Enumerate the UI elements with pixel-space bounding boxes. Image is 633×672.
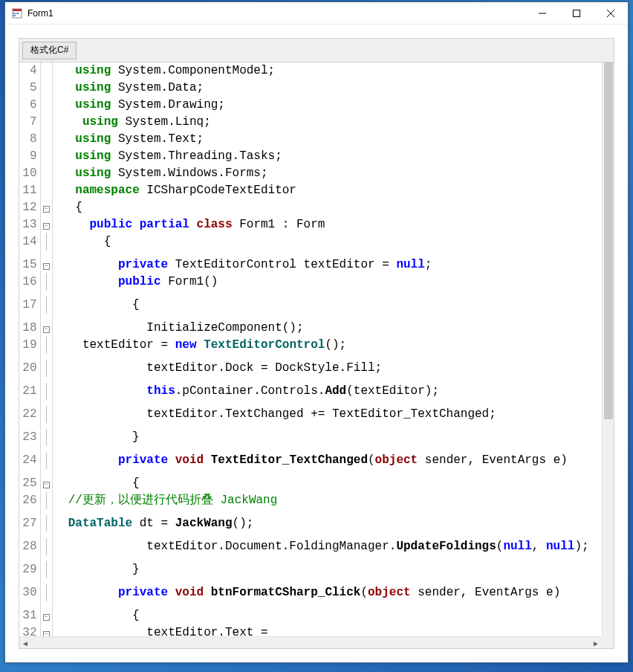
code-text[interactable]: textEditor.Text = [52,624,602,636]
code-text[interactable]: { [52,199,602,216]
code-line[interactable]: 22 textEditor.TextChanged += TextEditor_… [19,406,602,429]
code-line[interactable]: 12− { [19,199,602,216]
code-text[interactable]: //更新，以便进行代码折叠 JackWang [52,492,602,515]
maximize-button[interactable] [559,2,594,25]
code-editor[interactable]: 4 using System.ComponentModel;5 using Sy… [19,62,614,649]
close-button[interactable] [594,2,628,25]
code-line[interactable]: 5 using System.Data; [19,80,602,97]
titlebar[interactable]: Form1 [5,2,628,25]
code-text[interactable]: { [52,607,602,624]
code-line[interactable]: 26 //更新，以便进行代码折叠 JackWang [19,492,602,515]
code-area[interactable]: 4 using System.ComponentModel;5 using Sy… [19,62,602,636]
code-line[interactable]: 8 using System.Text; [19,131,602,148]
code-text[interactable]: namespace ICSharpCodeTextEditor [52,182,602,199]
scroll-right-button[interactable]: ► [590,637,602,649]
code-line[interactable]: 30 private void btnFormatCSharp_Click(ob… [19,584,602,607]
code-line[interactable]: 15− private TextEditorControl textEditor… [19,256,602,274]
fold-gutter[interactable] [40,114,52,131]
code-text[interactable]: DataTable dt = JackWang(); [52,515,602,538]
code-text[interactable]: using System.ComponentModel; [52,62,602,80]
vertical-scroll-thumb[interactable] [604,62,613,419]
code-text[interactable]: } [52,561,602,584]
code-text[interactable]: using System.Windows.Forms; [52,165,602,182]
fold-gutter[interactable]: − [40,256,52,274]
fold-gutter[interactable] [40,297,52,320]
code-text[interactable]: using System.Linq; [52,114,602,131]
code-text[interactable]: InitializeComponent(); [52,320,602,337]
code-line[interactable]: 6 using System.Drawing; [19,97,602,114]
fold-gutter[interactable] [40,182,52,199]
code-text[interactable]: private void btnFormatCSharp_Click(objec… [52,584,602,607]
fold-gutter[interactable] [40,584,52,607]
fold-gutter[interactable] [40,165,52,182]
code-line[interactable]: 10 using System.Windows.Forms; [19,165,602,182]
code-line[interactable]: 14 { [19,233,602,256]
fold-gutter[interactable]: − [40,475,52,492]
code-text[interactable]: { [52,475,602,492]
code-text[interactable]: textEditor = new TextEditorControl(); [52,337,602,360]
fold-gutter[interactable] [40,148,52,165]
code-line[interactable]: 31− { [19,607,602,624]
code-line[interactable]: 29 } [19,561,602,584]
horizontal-scrollbar[interactable]: ◄ ► [19,636,602,648]
code-line[interactable]: 7 using System.Linq; [19,114,602,131]
code-text[interactable]: using System.Threading.Tasks; [52,148,602,165]
code-line[interactable]: 4 using System.ComponentModel; [19,62,602,80]
fold-gutter[interactable] [40,360,52,383]
code-text[interactable]: using System.Drawing; [52,97,602,114]
fold-gutter[interactable] [40,452,52,475]
code-line[interactable]: 21 this.pContainer.Controls.Add(textEdit… [19,383,602,406]
code-line[interactable]: 18− InitializeComponent(); [19,320,602,337]
code-line[interactable]: 19 textEditor = new TextEditorControl(); [19,337,602,360]
fold-gutter[interactable] [40,337,52,360]
fold-gutter[interactable]: − [40,199,52,216]
fold-gutter[interactable] [40,131,52,148]
code-text[interactable]: public Form1() [52,274,602,297]
code-text[interactable]: textEditor.TextChanged += TextEditor_Tex… [52,406,602,429]
vertical-scrollbar[interactable] [602,62,614,636]
code-text[interactable]: } [52,429,602,452]
code-line[interactable]: 9 using System.Threading.Tasks; [19,148,602,165]
code-line[interactable]: 28 textEditor.Document.FoldingManager.Up… [19,538,602,561]
code-line[interactable]: 32− textEditor.Text = [19,624,602,636]
fold-gutter[interactable] [40,97,52,114]
fold-gutter[interactable] [40,233,52,256]
code-line[interactable]: 13− public partial class Form1 : Form [19,216,602,233]
code-line[interactable]: 25− { [19,475,602,492]
code-line[interactable]: 20 textEditor.Dock = DockStyle.Fill; [19,360,602,383]
code-text[interactable]: using System.Data; [52,80,602,97]
code-line[interactable]: 17 { [19,297,602,320]
scroll-left-button[interactable]: ◄ [19,637,31,649]
fold-gutter[interactable] [40,538,52,561]
fold-gutter[interactable]: − [40,320,52,337]
fold-gutter[interactable] [40,429,52,452]
line-number: 32 [19,624,40,636]
fold-gutter[interactable] [40,515,52,538]
code-text[interactable]: using System.Text; [52,131,602,148]
fold-gutter[interactable]: − [40,607,52,624]
code-text[interactable]: this.pContainer.Controls.Add(textEditor)… [52,383,602,406]
code-text[interactable]: textEditor.Document.FoldingManager.Updat… [52,538,602,561]
code-text[interactable]: { [52,297,602,320]
fold-gutter[interactable] [40,62,52,80]
code-line[interactable]: 27 DataTable dt = JackWang(); [19,515,602,538]
code-text[interactable]: textEditor.Dock = DockStyle.Fill; [52,360,602,383]
fold-gutter[interactable]: − [40,216,52,233]
format-csharp-button[interactable]: 格式化C# [22,42,77,59]
code-text[interactable]: public partial class Form1 : Form [52,216,602,233]
code-text[interactable]: private void TextEditor_TextChanged(obje… [52,452,602,475]
code-line[interactable]: 11 namespace ICSharpCodeTextEditor [19,182,602,199]
fold-gutter[interactable] [40,274,52,297]
fold-gutter[interactable] [40,383,52,406]
fold-gutter[interactable] [40,561,52,584]
code-line[interactable]: 16 public Form1() [19,274,602,297]
code-text[interactable]: { [52,233,602,256]
code-line[interactable]: 24 private void TextEditor_TextChanged(o… [19,452,602,475]
code-line[interactable]: 23 } [19,429,602,452]
fold-gutter[interactable]: − [40,624,52,636]
fold-gutter[interactable] [40,80,52,97]
minimize-button[interactable] [525,2,559,25]
code-text[interactable]: private TextEditorControl textEditor = n… [52,256,602,274]
fold-gutter[interactable] [40,406,52,429]
fold-gutter[interactable] [40,492,52,515]
